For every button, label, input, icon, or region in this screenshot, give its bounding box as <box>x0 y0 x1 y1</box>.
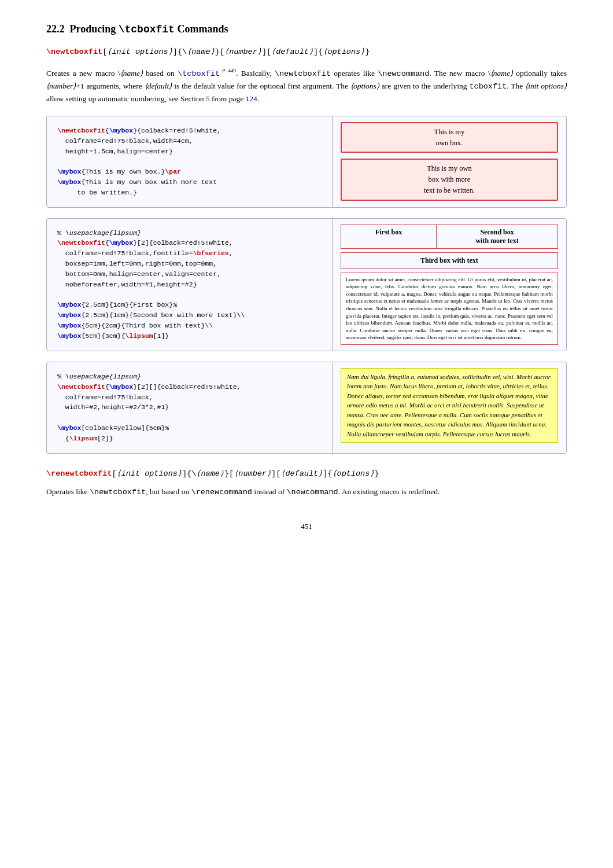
section-command: \tcboxfit <box>119 24 175 35</box>
demo1-code-block: \newtcboxfit{\mybox}{colback=red!5!white… <box>57 126 322 198</box>
demo2-code: % \usepackage{lipsum} \newtcboxfit{\mybo… <box>47 219 333 351</box>
demo3-yellow-box: Nam dui ligula, fringilla a, euismod sod… <box>341 368 558 443</box>
newtcboxfit-cmd: \newtcboxfit <box>46 47 102 56</box>
demo1-code: \newtcboxfit{\mybox}{colback=red!5!white… <box>47 116 333 207</box>
demo1-box1: This is myown box. <box>341 122 558 153</box>
demo3-code: % \usepackage{lipsum} \newtcboxfit{\mybo… <box>47 362 333 453</box>
demo-box-3: % \usepackage{lipsum} \newtcboxfit{\mybo… <box>46 362 567 454</box>
demo2-boxes: First box Second boxwith more text Third… <box>341 225 558 345</box>
renewtcboxfit-cmd: \renewtcboxfit <box>46 469 112 478</box>
demo2-lorem-box: Lorem ipsum dolor sit amet, consectetuer… <box>341 273 558 345</box>
newtcboxfit-description: Creates a new macro \⟨name⟩ based on \tc… <box>46 67 567 105</box>
page-number: 451 <box>46 522 567 531</box>
newtcboxfit-signature: \newtcboxfit[⟨init options⟩]{\⟨name⟩}[⟨n… <box>46 46 567 58</box>
demo2-first-box: First box <box>341 225 436 249</box>
demo1-output: This is myown box. This is my ownbox wit… <box>333 116 566 207</box>
demo2-third-box: Third box with text <box>341 252 558 269</box>
renewtcboxfit-description: Operates like \newtcboxfit, but based on… <box>46 486 567 499</box>
demo2-second-box: Second boxwith more text <box>436 225 558 249</box>
demo-box-1: \newtcboxfit{\mybox}{colback=red!5!white… <box>46 116 567 208</box>
section-heading: 22.2 Producing \tcboxfit Commands <box>46 23 567 35</box>
demo1-box2: This is my ownbox with moretext to be wr… <box>341 159 558 200</box>
section-number: 22.2 <box>46 23 65 35</box>
renewtcboxfit-signature: \renewtcboxfit[⟨init options⟩]{\⟨name⟩}[… <box>46 468 567 480</box>
demo2-code-block: % \usepackage{lipsum} \newtcboxfit{\mybo… <box>57 228 322 341</box>
demo3-code-block: % \usepackage{lipsum} \newtcboxfit{\mybo… <box>57 372 322 444</box>
demo2-top-row: First box Second boxwith more text <box>341 225 558 249</box>
demo-box-2: % \usepackage{lipsum} \newtcboxfit{\mybo… <box>46 218 567 351</box>
demo3-output: Nam dui ligula, fringilla a, euismod sod… <box>333 362 566 453</box>
demo2-output: First box Second boxwith more text Third… <box>333 219 566 351</box>
